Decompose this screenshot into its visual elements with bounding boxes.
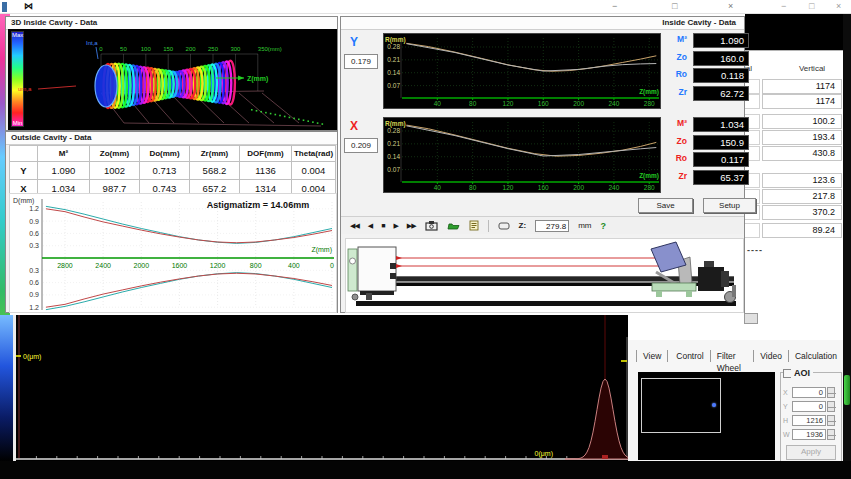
table-cell: 1.090: [38, 162, 90, 180]
tick-label: 0.28: [387, 43, 400, 50]
tab-control[interactable]: Control: [670, 350, 710, 362]
trail-dot: [307, 120, 309, 122]
result-value: 150.9: [693, 135, 749, 150]
aoi-y-input[interactable]: 0: [792, 401, 826, 412]
trail-dot: [303, 119, 305, 121]
result-label: Zr: [665, 170, 687, 183]
camera-icon[interactable]: [425, 220, 438, 231]
y-axis-label: R(mm): [385, 36, 406, 44]
aoi-h-spinner[interactable]: [827, 415, 835, 426]
tick-label: 0.3: [29, 267, 39, 274]
window-inside-cavity: Inside Cavity - Data Y 0.179 40801201602…: [340, 16, 745, 313]
play-icon[interactable]: ▶: [393, 222, 397, 230]
carriage-wheel: [352, 294, 358, 300]
tick-label: 120: [503, 100, 514, 107]
camera-preview: [638, 372, 775, 460]
resize-grip[interactable]: [744, 313, 758, 324]
vertical-value: 217.8: [762, 189, 842, 204]
minimize-icon[interactable]: −: [612, 0, 617, 13]
detector-port: [390, 263, 396, 269]
z-position-input[interactable]: 279.8: [535, 220, 569, 232]
column-header-vertical: Vertical: [782, 64, 842, 73]
header-cell: Theta(rad): [292, 146, 336, 162]
help-icon[interactable]: ?: [600, 221, 606, 231]
open-folder-icon[interactable]: [447, 221, 460, 231]
tick-label: 0.14: [387, 153, 400, 160]
minimize-icon[interactable]: −: [781, 0, 786, 13]
trail-dot: [279, 115, 281, 117]
stop-icon[interactable]: ■: [381, 222, 384, 229]
z-axis-arrowhead: [238, 76, 244, 81]
close-icon[interactable]: ×: [728, 0, 733, 13]
maximize-icon[interactable]: □: [809, 0, 814, 13]
aoi-y-spinner[interactable]: [827, 401, 835, 412]
result-value: 62.72: [693, 86, 749, 101]
tab-calculation[interactable]: Calculation: [789, 350, 844, 362]
result-label: M²: [665, 117, 687, 130]
z-position-label: Z:: [519, 221, 527, 230]
rail-schematic: [345, 238, 744, 313]
tick-label: 1.2: [29, 304, 39, 311]
tick-label: 0.14: [387, 69, 400, 76]
aoi-x-input[interactable]: 0: [792, 387, 826, 398]
tick-label: 800: [250, 262, 262, 269]
playback-toolbar: ◀◀ ◀ ■ ▶ ▶▶ Z: 279.8 mm ?: [341, 216, 744, 234]
tick-label: 280: [644, 100, 655, 107]
axis-label-x: X: [350, 119, 358, 133]
intensity-axis-label: Int,a: [86, 40, 98, 46]
beam-spot: [712, 403, 716, 407]
data-series: [46, 209, 332, 243]
maximize-icon[interactable]: □: [672, 0, 677, 13]
result-label: Zo: [665, 51, 687, 64]
aoi-w-spinner[interactable]: [827, 429, 835, 440]
tick-label: 0: [330, 262, 334, 269]
vertical-value: 123.6: [762, 173, 842, 188]
close-icon[interactable]: ×: [836, 0, 841, 13]
vertical-scrollbar[interactable]: [843, 14, 851, 461]
peak-base-marker: [602, 455, 608, 459]
tick-label: 0.07: [387, 82, 400, 89]
tick-label: 0.21: [387, 140, 400, 147]
apply-button[interactable]: Apply: [786, 445, 836, 460]
axis-label-y: Y: [350, 35, 358, 49]
result-value: 160.0: [693, 51, 749, 66]
result-label: Ro: [665, 152, 687, 165]
scrollbar-thumb[interactable]: [844, 375, 850, 405]
motor-side: [721, 271, 729, 287]
aoi-x-spinner[interactable]: [827, 387, 835, 398]
tick-label: 240: [608, 184, 619, 191]
tab-filter-wheel[interactable]: Filter Wheel: [711, 350, 755, 362]
report-icon[interactable]: [469, 220, 479, 231]
save-button[interactable]: Save: [638, 198, 693, 213]
table-row: Y 1.090 1002 0.713 568.2 1136 0.004: [10, 162, 336, 180]
roi-icon[interactable]: [498, 222, 510, 230]
rewind-icon[interactable]: ◀◀: [350, 222, 359, 230]
aoi-w-input[interactable]: 1936: [792, 429, 826, 440]
z-unit-label: mm: [578, 221, 591, 230]
aoi-h-input[interactable]: 1216: [792, 415, 826, 426]
tick-label: 240: [608, 100, 619, 107]
end-bracket: [732, 285, 736, 297]
aoi-group: AOI X 0 Y 0 H 1216 W 1936 Apply: [780, 372, 842, 462]
aoi-region-outline[interactable]: [641, 378, 721, 433]
tab-video[interactable]: Video: [754, 350, 789, 362]
step-back-icon[interactable]: ◀: [368, 222, 372, 230]
result-label: Zo: [665, 135, 687, 148]
header-cell: Do(mm): [140, 146, 190, 162]
z-axis-label: Z(mm): [247, 75, 268, 83]
tick-label: 0.21: [387, 56, 400, 63]
table-cell: 0.713: [140, 162, 190, 180]
tab-view[interactable]: View: [636, 350, 668, 362]
fast-forward-icon[interactable]: ▶▶: [407, 222, 416, 230]
result-value: 1.034: [693, 117, 749, 132]
trail-dot: [270, 113, 272, 115]
aoi-x-label: X: [783, 387, 791, 398]
table-cell: 0.004: [292, 162, 336, 180]
3d-caustic-chart: 050100150200250300350(mm)Z(mm)Int,aum,a: [16, 29, 338, 130]
vertical-value: 1174: [762, 94, 842, 109]
tick-label: 1200: [210, 262, 226, 269]
detector-bracket: [348, 249, 357, 291]
setup-button[interactable]: Setup: [703, 198, 756, 213]
tick-label: 0.9: [29, 291, 39, 298]
result-value: 0.117: [693, 152, 749, 167]
